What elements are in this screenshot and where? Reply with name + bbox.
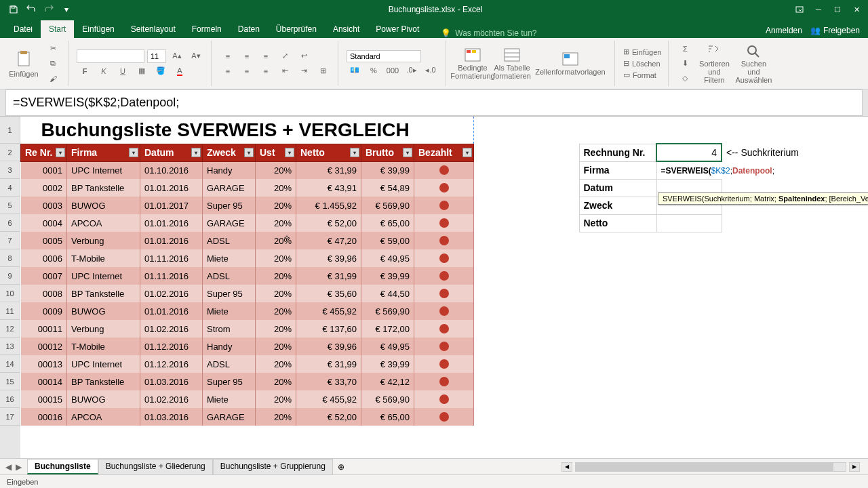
conditional-formatting-button[interactable]: Bedingte Formatierung <box>454 47 491 80</box>
ribbon-options-icon[interactable] <box>791 2 808 17</box>
col-header-bezahlt[interactable]: Bezahlt <box>414 144 474 161</box>
row-header[interactable]: 14 <box>0 355 20 373</box>
align-middle-icon[interactable]: ≡ <box>239 49 255 63</box>
wrap-text-icon[interactable]: ↩ <box>296 49 312 63</box>
row-header[interactable]: 9 <box>0 267 20 285</box>
table-row[interactable]: 0005Verbung01.01.2016ADSL20%€ 47,20€ 59,… <box>21 232 474 249</box>
anmelden-link[interactable]: Anmelden <box>766 26 802 35</box>
font-size-input[interactable] <box>147 49 166 63</box>
decrease-font-icon[interactable]: A▾ <box>188 49 204 63</box>
align-left-icon[interactable]: ≡ <box>220 64 236 78</box>
filter-icon[interactable] <box>350 148 359 157</box>
italic-icon[interactable]: K <box>96 64 112 78</box>
row-header[interactable]: 16 <box>0 390 20 408</box>
tab-ueberpruefen[interactable]: Überprüfen <box>268 20 325 38</box>
table-row[interactable]: 00014BP Tankstelle01.03.2016Super 9520%€… <box>21 373 474 390</box>
sheet-tab[interactable]: Buchungsliste <box>27 459 98 474</box>
sheet-nav-prev-icon[interactable]: ◀ <box>5 462 12 472</box>
tab-start[interactable]: Start <box>41 20 74 38</box>
decrease-decimal-icon[interactable]: ◂.0 <box>422 64 439 77</box>
row-header[interactable]: 2 <box>0 144 20 161</box>
border-icon[interactable]: ▦ <box>134 64 150 78</box>
undo-icon[interactable] <box>23 1 39 18</box>
table-row[interactable]: 00011Verbung01.02.2016Strom20%€ 137,60€ … <box>21 320 474 338</box>
redo-icon[interactable] <box>41 1 57 18</box>
row-header[interactable]: 8 <box>0 249 20 267</box>
qat-dropdown-icon[interactable]: ▾ <box>58 1 75 18</box>
col-header-renr[interactable]: Re Nr. <box>21 144 67 161</box>
align-right-icon[interactable]: ≡ <box>258 64 274 78</box>
table-row[interactable]: 0003BUWOG01.01.2017Super 9520%€ 1.455,92… <box>21 197 474 214</box>
sort-filter-button[interactable]: Sortieren und Filtern <box>696 43 732 84</box>
sheet-tab[interactable]: Buchungsliste + Gruppierung <box>213 459 333 474</box>
orientation-icon[interactable]: ⤢ <box>277 49 293 63</box>
table-row[interactable]: 0004APCOA01.01.2016GARAGE20%€ 52,00€ 65,… <box>21 214 474 232</box>
horizontal-scrollbar[interactable] <box>575 462 846 472</box>
new-sheet-icon[interactable]: ⊕ <box>333 462 349 472</box>
thousands-icon[interactable]: 000 <box>384 64 401 77</box>
formula-input[interactable]: =SVERWEIS($K$2;Datenpool; <box>5 89 863 116</box>
filter-icon[interactable] <box>191 148 201 157</box>
filter-icon[interactable] <box>56 148 65 157</box>
row-header[interactable]: 11 <box>0 302 20 320</box>
find-select-button[interactable]: Suchen und Auswählen <box>735 43 772 84</box>
table-row[interactable]: 0006T-Mobile01.11.2016Miete20%€ 39,96€ 4… <box>21 249 474 267</box>
sheet-title[interactable]: Buchungsliste SVERWEIS + VERGLEICH <box>21 117 474 144</box>
table-row[interactable]: 00012T-Mobile01.12.2016Handy20%€ 39,96€ … <box>21 338 474 355</box>
fill-icon[interactable]: ⬇ <box>677 57 693 70</box>
lookup-label[interactable]: Rechnung Nr. <box>579 144 656 161</box>
font-color-icon[interactable]: A <box>172 64 188 78</box>
tab-daten[interactable]: Daten <box>230 20 268 38</box>
col-header-brutto[interactable]: Brutto <box>361 144 414 161</box>
underline-icon[interactable]: U <box>115 64 131 78</box>
tab-datei[interactable]: Datei <box>5 20 41 38</box>
row-header[interactable]: 12 <box>0 320 20 338</box>
table-row[interactable]: 00016APCOA01.03.2016GARAGE20%€ 52,00€ 65… <box>21 408 474 426</box>
clear-icon[interactable]: ◇ <box>677 72 693 85</box>
autosum-icon[interactable]: Σ <box>677 42 693 56</box>
row-header[interactable]: 1 <box>0 117 20 144</box>
filter-icon[interactable] <box>462 148 472 157</box>
filter-icon[interactable] <box>244 148 254 157</box>
col-header-ust[interactable]: Ust <box>256 144 296 161</box>
lookup-label[interactable]: Netto <box>579 214 656 232</box>
percent-icon[interactable]: % <box>366 64 382 77</box>
col-header-netto[interactable]: Netto <box>296 144 361 161</box>
col-header-zweck[interactable]: Zweck <box>203 144 256 161</box>
sheet-tab[interactable]: Buchungsliste + Gliederung <box>98 459 213 474</box>
tab-powerpivot[interactable]: Power Pivot <box>368 20 427 38</box>
tab-ansicht[interactable]: Ansicht <box>325 20 368 38</box>
table-row[interactable]: 0009BUWOG01.01.2016Miete20%€ 455,92€ 569… <box>21 302 474 320</box>
lookup-label[interactable]: Zweck <box>579 197 656 214</box>
filter-icon[interactable] <box>129 148 138 157</box>
align-bottom-icon[interactable]: ≡ <box>258 49 274 63</box>
lookup-label[interactable]: Firma <box>579 161 656 179</box>
increase-decimal-icon[interactable]: .0▸ <box>403 64 420 77</box>
row-header[interactable]: 6 <box>0 214 20 232</box>
close-icon[interactable]: ✕ <box>848 2 865 17</box>
align-top-icon[interactable]: ≡ <box>220 49 236 63</box>
row-header[interactable]: 4 <box>0 179 20 197</box>
delete-cells-button[interactable]: ⊟Löschen <box>623 59 661 68</box>
indent-increase-icon[interactable]: ⇥ <box>296 64 312 78</box>
table-row[interactable]: 0008BP Tankstelle01.02.2016Super 9520%€ … <box>21 285 474 302</box>
align-center-icon[interactable]: ≡ <box>239 64 255 78</box>
format-painter-icon[interactable]: 🖌 <box>45 72 61 85</box>
fill-color-icon[interactable]: 🪣 <box>153 64 169 78</box>
indent-decrease-icon[interactable]: ⇤ <box>277 64 293 78</box>
increase-font-icon[interactable]: A▴ <box>169 49 185 63</box>
sheet-nav-next-icon[interactable]: ▶ <box>16 462 22 472</box>
row-header[interactable]: 10 <box>0 285 20 302</box>
currency-icon[interactable]: 💶 <box>347 64 363 77</box>
worksheet-grid[interactable]: 1 2 3 4 5 6 7 8 9 10 11 12 13 14 15 16 1… <box>0 117 868 458</box>
tell-me-search[interactable]: 💡 Was möchten Sie tun? <box>427 28 536 38</box>
scroll-left-icon[interactable]: ◀ <box>561 462 572 472</box>
table-row[interactable]: 0007UPC Internet01.11.2016ADSL20%€ 31,99… <box>21 267 474 285</box>
row-header[interactable]: 3 <box>0 161 20 179</box>
font-name-input[interactable] <box>77 49 144 63</box>
filter-icon[interactable] <box>403 148 412 157</box>
scroll-right-icon[interactable]: ▶ <box>849 462 860 472</box>
filter-icon[interactable] <box>285 148 294 157</box>
paste-button[interactable]: Einfügen <box>5 49 42 78</box>
row-header[interactable]: 13 <box>0 338 20 355</box>
